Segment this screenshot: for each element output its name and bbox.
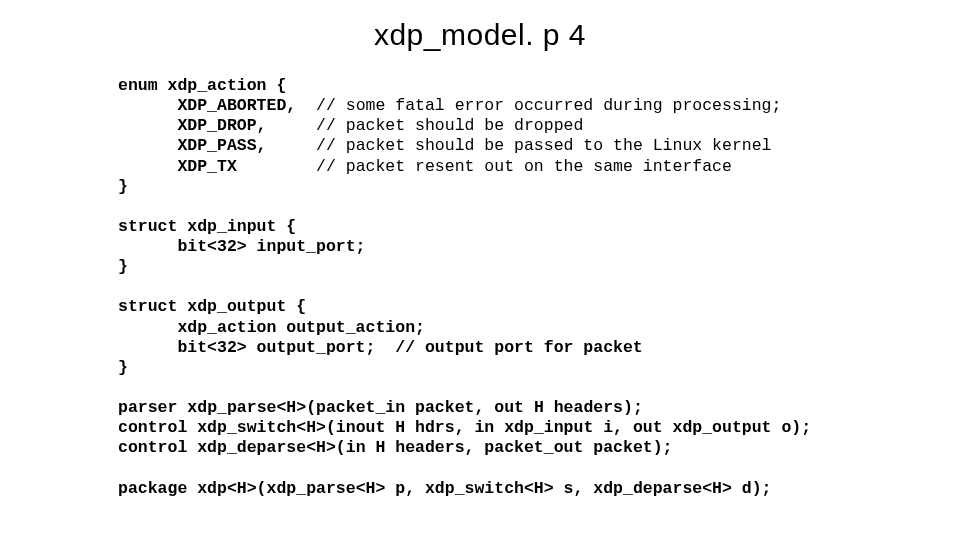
package-kw: package [118,479,187,498]
enum-close: } [118,177,128,196]
parser-kw: parser [118,398,177,417]
enum-comment-3: // packet resent out on the same interfa… [316,157,732,176]
struct-output-decl: struct xdp_output { [118,297,306,316]
enum-comment-1: // packet should be dropped [316,116,583,135]
control2-rest: xdp_deparse<H>(in H headers, packet_out … [187,438,672,457]
code-block: enum xdp_action { XDP_ABORTED, // some f… [118,76,842,499]
enum-item-0: XDP_ABORTED, [177,96,296,115]
struct-input-field: bit<32> input_port; [177,237,365,256]
enum-item-3: XDP_TX [177,157,236,176]
struct-output-field2: bit<32> output_port; // output port for … [177,338,642,357]
control1-rest: xdp_switch<H>(inout H hdrs, in xdp_input… [187,418,811,437]
struct-output-field1: xdp_action output_action; [177,318,425,337]
package-rest: xdp<H>(xdp_parse<H> p, xdp_switch<H> s, … [187,479,771,498]
struct-input-decl: struct xdp_input { [118,217,296,236]
enum-comment-2: // packet should be passed to the Linux … [316,136,771,155]
struct-input-close: } [118,257,128,276]
page-title: xdp_model. p 4 [118,18,842,52]
control1-kw: control [118,418,187,437]
enum-item-2: XDP_PASS, [177,136,266,155]
enum-decl: enum xdp_action { [118,76,286,95]
struct-output-close: } [118,358,128,377]
control2-kw: control [118,438,187,457]
enum-item-1: XDP_DROP, [177,116,266,135]
enum-comment-0: // some fatal error occurred during proc… [316,96,781,115]
parser-rest: xdp_parse<H>(packet_in packet, out H hea… [177,398,642,417]
slide: xdp_model. p 4 enum xdp_action { XDP_ABO… [0,0,960,540]
